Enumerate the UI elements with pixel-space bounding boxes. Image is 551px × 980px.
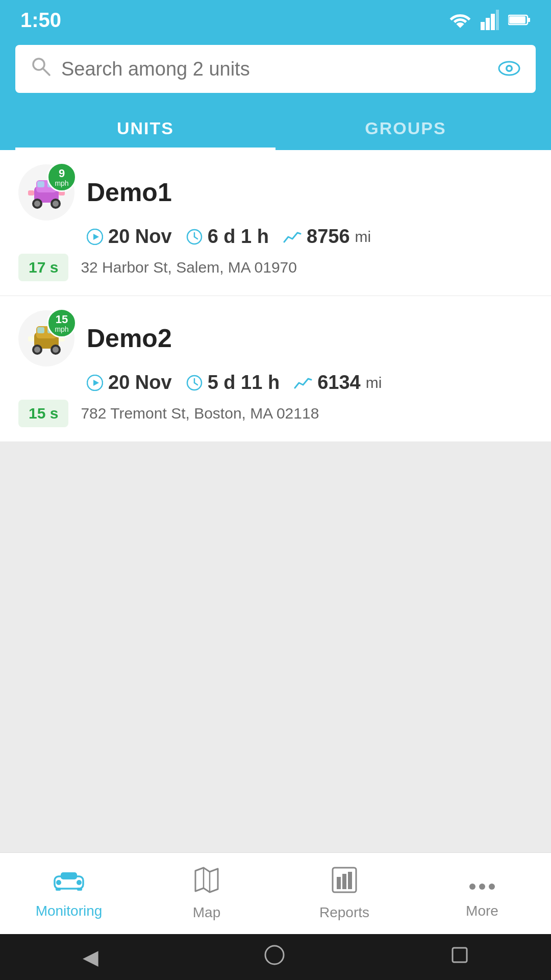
svg-point-58	[265, 946, 284, 964]
svg-point-17	[34, 201, 40, 207]
svg-point-57	[489, 884, 495, 890]
nav-more-label: More	[466, 903, 498, 919]
unit-name-demo2: Demo2	[87, 324, 172, 353]
svg-marker-38	[93, 380, 99, 386]
svg-point-32	[34, 347, 40, 353]
android-nav-bar: ◀	[0, 934, 551, 980]
search-icon	[31, 56, 51, 82]
svg-rect-0	[481, 22, 485, 30]
search-bar[interactable]	[15, 45, 536, 93]
svg-rect-46	[56, 888, 61, 891]
svg-line-8	[43, 68, 49, 75]
svg-point-19	[53, 201, 59, 207]
mileage-icon	[283, 230, 302, 244]
car-avatar-demo1: 9 mph	[18, 164, 74, 220]
home-button[interactable]	[263, 944, 286, 971]
play-icon-2	[87, 375, 103, 391]
address-demo2: 782 Tremont St, Boston, MA 02118	[81, 405, 319, 422]
signal-icon	[481, 10, 499, 30]
unit-item-demo1[interactable]: 9 mph Demo1 20 Nov	[0, 150, 551, 296]
stat-mileage-demo2: 6134 mi	[294, 372, 382, 394]
reports-icon	[332, 867, 357, 899]
svg-rect-59	[453, 948, 467, 962]
unit-stats-demo1: 20 Nov 6 d 1 h 8756 mi	[87, 226, 533, 248]
svg-rect-54	[348, 872, 352, 889]
stat-mileage-demo1: 8756 mi	[283, 226, 371, 248]
empty-area	[0, 442, 551, 852]
unit-name-demo1: Demo1	[87, 178, 172, 207]
nav-reports-label: Reports	[319, 904, 369, 921]
svg-line-41	[194, 383, 197, 385]
nav-map[interactable]: Map	[138, 853, 276, 934]
search-input[interactable]	[61, 58, 520, 80]
svg-rect-6	[509, 16, 525, 23]
svg-line-26	[194, 237, 197, 239]
header: UNITS GROUPS	[0, 36, 551, 150]
svg-rect-2	[491, 14, 495, 30]
unit-bottom-demo1: 17 s 32 Harbor St, Salem, MA 01970	[18, 254, 533, 281]
svg-rect-35	[28, 336, 34, 341]
svg-point-34	[53, 347, 59, 353]
play-icon	[87, 229, 103, 245]
clock-icon-2	[186, 375, 203, 391]
clock-icon	[186, 229, 203, 245]
svg-rect-1	[486, 18, 490, 30]
svg-rect-47	[77, 888, 82, 891]
recents-button[interactable]	[450, 946, 469, 969]
address-demo1: 32 Harbor St, Salem, MA 01970	[81, 259, 297, 276]
svg-marker-48	[195, 868, 218, 892]
svg-point-55	[469, 884, 475, 890]
svg-point-11	[508, 67, 511, 70]
svg-point-56	[479, 884, 485, 890]
svg-rect-52	[337, 877, 341, 889]
tabs: UNITS GROUPS	[15, 105, 536, 150]
mileage-icon-2	[294, 376, 312, 390]
status-icons	[449, 10, 531, 30]
unit-item-demo2[interactable]: 15 mph Demo2 20 Nov 5 d 11 h	[0, 296, 551, 442]
map-icon	[194, 867, 219, 899]
svg-marker-23	[93, 234, 99, 240]
tab-groups[interactable]: GROUPS	[276, 105, 536, 150]
stat-date-demo1: 20 Nov	[87, 226, 172, 248]
nav-reports[interactable]: Reports	[276, 853, 413, 934]
more-icon	[468, 868, 496, 898]
svg-rect-45	[61, 872, 77, 879]
svg-rect-3	[496, 10, 499, 30]
time-since-demo2: 15 s	[18, 400, 68, 427]
svg-rect-5	[528, 18, 530, 22]
nav-map-label: Map	[193, 904, 220, 921]
nav-monitoring[interactable]: Monitoring	[0, 853, 138, 934]
tab-units[interactable]: UNITS	[15, 105, 276, 150]
nav-more[interactable]: More	[413, 853, 551, 934]
svg-rect-14	[37, 181, 44, 187]
svg-rect-29	[37, 327, 44, 333]
status-time: 1:50	[20, 9, 61, 32]
time-since-demo1: 17 s	[18, 254, 68, 281]
nav-monitoring-label: Monitoring	[36, 903, 103, 919]
speed-badge-demo1: 9 mph	[47, 162, 77, 192]
car-avatar-demo2: 15 mph	[18, 310, 74, 366]
stat-date-demo2: 20 Nov	[87, 372, 172, 394]
unit-list: 9 mph Demo1 20 Nov	[0, 150, 551, 442]
stat-duration-demo1: 6 d 1 h	[186, 226, 269, 248]
svg-point-44	[77, 880, 82, 885]
monitoring-icon	[54, 868, 84, 898]
svg-point-43	[56, 880, 61, 885]
bottom-nav: Monitoring Map Reports	[0, 852, 551, 934]
eye-icon[interactable]	[498, 56, 520, 82]
svg-rect-53	[342, 874, 346, 889]
unit-stats-demo2: 20 Nov 5 d 11 h 6134 mi	[87, 372, 533, 394]
back-button[interactable]: ◀	[83, 945, 98, 969]
stat-duration-demo2: 5 d 11 h	[186, 372, 280, 394]
svg-rect-20	[28, 190, 34, 195]
unit-bottom-demo2: 15 s 782 Tremont St, Boston, MA 02118	[18, 400, 533, 427]
status-bar: 1:50	[0, 0, 551, 36]
battery-icon	[508, 13, 531, 27]
speed-badge-demo2: 15 mph	[47, 308, 77, 338]
wifi-icon	[449, 11, 471, 29]
